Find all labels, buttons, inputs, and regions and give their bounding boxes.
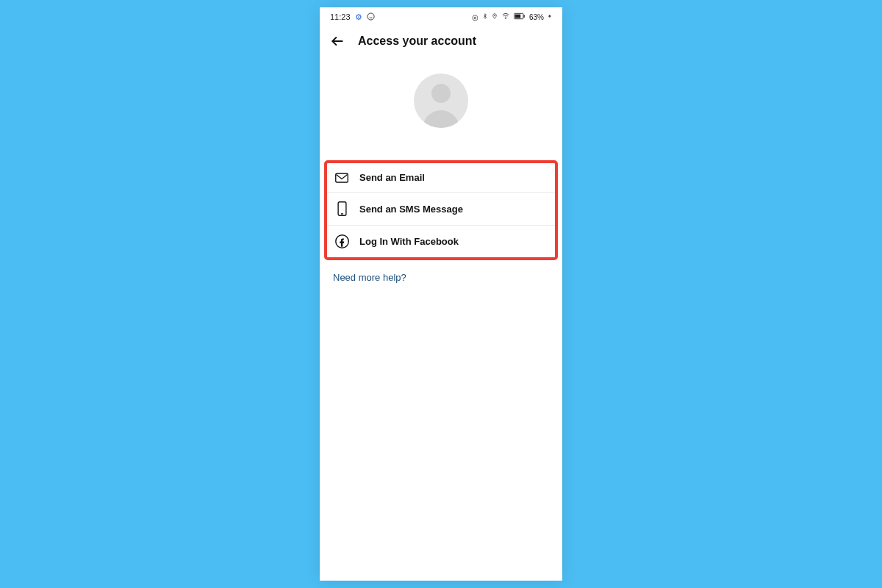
vibrate-icon: ◎: [472, 13, 478, 21]
login-facebook-label: Log In With Facebook: [359, 236, 459, 247]
send-sms-label: Send an SMS Message: [359, 204, 463, 215]
status-bar: 11:23 ⚙ ◎ 63%: [320, 7, 562, 26]
svg-point-0: [367, 12, 373, 19]
need-help-link[interactable]: Need more help?: [333, 272, 406, 283]
avatar-container: [320, 74, 562, 128]
wifi-icon: [501, 12, 510, 21]
status-time: 11:23: [330, 12, 351, 21]
send-email-label: Send an Email: [359, 172, 425, 183]
back-arrow-icon[interactable]: [330, 34, 345, 49]
settings-gear-icon: ⚙: [355, 12, 362, 22]
svg-rect-5: [515, 15, 520, 18]
page-title: Access your account: [358, 35, 476, 48]
battery-icon: [514, 12, 526, 21]
status-left: 11:23 ⚙: [330, 12, 375, 22]
svg-rect-7: [336, 173, 348, 182]
status-right: ◎ 63%: [472, 12, 552, 21]
recovery-options-highlight: Send an Email Send an SMS Message Log In…: [324, 160, 558, 260]
svg-point-2: [506, 18, 506, 19]
phone-frame: 11:23 ⚙ ◎ 63%: [320, 7, 562, 581]
charging-icon: [548, 12, 552, 21]
bluetooth-icon: [482, 12, 488, 21]
send-email-option[interactable]: Send an Email: [327, 163, 555, 193]
phone-icon: [334, 201, 349, 216]
svg-point-1: [494, 15, 495, 15]
whatsapp-icon: [367, 12, 375, 22]
mail-icon: [334, 173, 349, 183]
send-sms-option[interactable]: Send an SMS Message: [327, 193, 555, 226]
facebook-icon: [334, 234, 349, 248]
avatar: [414, 74, 468, 128]
svg-rect-4: [524, 15, 525, 18]
login-facebook-option[interactable]: Log In With Facebook: [327, 226, 555, 257]
header: Access your account: [320, 26, 562, 53]
battery-text: 63%: [529, 13, 544, 21]
location-icon: [492, 12, 498, 21]
